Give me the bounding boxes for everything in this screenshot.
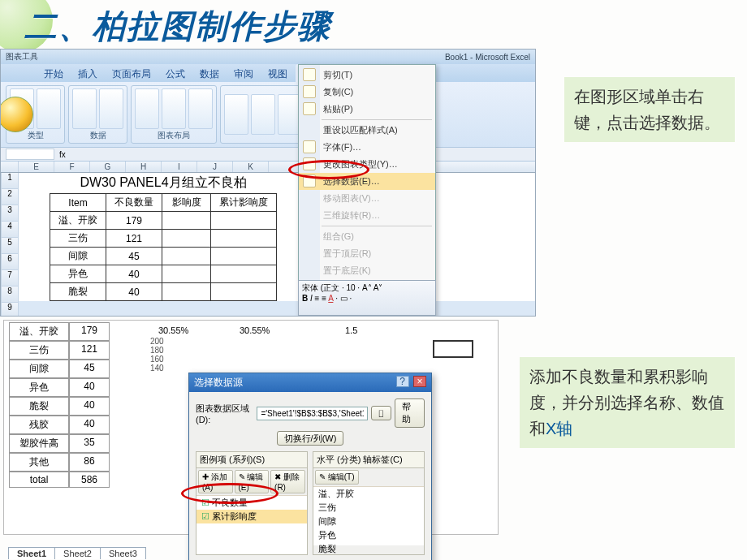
axis-list[interactable]: 溢、开胶 三伤 间隙 异色 脆裂 bbox=[313, 487, 424, 545]
cell[interactable] bbox=[162, 248, 211, 265]
axis-item[interactable]: 三伤 bbox=[313, 501, 424, 515]
cell[interactable] bbox=[211, 283, 277, 301]
series-item-cum[interactable]: 累计影响度 bbox=[196, 510, 307, 523]
layout-thumb-3[interactable] bbox=[188, 88, 213, 129]
layout-thumb-2[interactable] bbox=[162, 88, 186, 129]
cell[interactable]: 溢、开胶 bbox=[9, 322, 69, 341]
cell[interactable]: 586 bbox=[69, 472, 110, 488]
style-thumb-1[interactable] bbox=[224, 94, 248, 135]
layout-thumb-1[interactable] bbox=[135, 88, 159, 129]
cell[interactable] bbox=[162, 212, 211, 230]
switch-rowcol-button[interactable]: 切换行/列(W) bbox=[277, 431, 344, 446]
select-data-button[interactable] bbox=[99, 88, 123, 129]
close-button[interactable]: × bbox=[413, 376, 426, 387]
help-link[interactable]: 帮助 bbox=[395, 398, 425, 428]
cell[interactable]: 179 bbox=[69, 322, 110, 341]
switch-rowcol-button[interactable] bbox=[72, 88, 97, 129]
cell[interactable]: 40 bbox=[69, 416, 110, 434]
col-I[interactable]: I bbox=[162, 162, 197, 172]
tab-review[interactable]: 审阅 bbox=[227, 64, 260, 82]
mini-toolbar[interactable]: 宋体 (正文 · 10 · A˄ A˅ B I ≡ ≡ A · ▭ · bbox=[298, 280, 436, 316]
axis-item[interactable]: 脆裂 bbox=[313, 542, 424, 556]
row-6[interactable]: 6 bbox=[1, 254, 19, 270]
cell[interactable] bbox=[162, 283, 211, 301]
cell[interactable]: total bbox=[9, 472, 69, 488]
row-9[interactable]: 9 bbox=[1, 303, 19, 317]
tab-home[interactable]: 开始 bbox=[37, 64, 70, 82]
cell[interactable]: 40 bbox=[69, 397, 110, 416]
series-list[interactable]: 不良数量 累计影响度 bbox=[196, 496, 307, 554]
range-picker-icon[interactable]: ⌷ bbox=[371, 406, 391, 420]
tab-pagelayout[interactable]: 页面布局 bbox=[106, 64, 158, 82]
cell[interactable]: 三伤 bbox=[9, 341, 69, 360]
cell[interactable]: 塑胶件高 bbox=[9, 434, 69, 453]
row-4[interactable]: 4 bbox=[1, 222, 19, 238]
sheet-tab-1[interactable]: Sheet1 bbox=[8, 547, 55, 559]
menu-font[interactable]: 字体(F)… bbox=[299, 139, 435, 156]
col-G[interactable]: G bbox=[90, 162, 126, 172]
row-7[interactable]: 7 bbox=[1, 270, 19, 286]
cell[interactable]: 40 bbox=[106, 283, 162, 301]
cell[interactable] bbox=[211, 230, 277, 248]
cell[interactable]: 121 bbox=[69, 341, 110, 360]
fx-icon[interactable]: fx bbox=[59, 150, 66, 159]
cell[interactable]: 残胶 bbox=[9, 416, 69, 434]
cell[interactable]: 40 bbox=[69, 378, 110, 397]
cell[interactable] bbox=[211, 248, 277, 265]
cell[interactable]: 间隙 bbox=[9, 360, 69, 378]
cell[interactable]: 其他 bbox=[9, 453, 69, 472]
style-thumb-2[interactable] bbox=[251, 94, 275, 135]
menu-paste[interactable]: 粘贴(P) bbox=[299, 101, 435, 118]
menu-copy[interactable]: 复制(C) bbox=[299, 84, 435, 101]
cell[interactable]: 脆裂 bbox=[50, 283, 106, 301]
dialog-titlebar[interactable]: 选择数据源 ? × bbox=[189, 373, 431, 392]
cell[interactable]: 86 bbox=[69, 453, 110, 472]
cell[interactable] bbox=[162, 265, 211, 283]
help-button[interactable]: ? bbox=[396, 376, 409, 387]
row-2[interactable]: 2 bbox=[1, 189, 19, 205]
tab-view[interactable]: 视图 bbox=[261, 64, 294, 82]
row-5[interactable]: 5 bbox=[1, 238, 19, 254]
col-H[interactable]: H bbox=[126, 162, 162, 172]
tab-data[interactable]: 数据 bbox=[193, 64, 226, 82]
row-8[interactable]: 8 bbox=[1, 286, 19, 303]
cell[interactable]: 45 bbox=[106, 248, 162, 265]
mini-font-name[interactable]: 宋体 (正文 bbox=[302, 283, 339, 292]
cell[interactable]: 溢、开胶 bbox=[50, 212, 106, 230]
name-box[interactable] bbox=[6, 149, 54, 160]
tab-formulas[interactable]: 公式 bbox=[159, 64, 192, 82]
edit-axis-button[interactable]: ✎ 编辑(T) bbox=[315, 470, 359, 485]
range-input[interactable] bbox=[257, 407, 368, 420]
col-K[interactable]: K bbox=[233, 162, 269, 172]
col-F[interactable]: F bbox=[54, 162, 90, 172]
cell[interactable]: 121 bbox=[106, 230, 162, 248]
axis-item[interactable]: 间隙 bbox=[313, 515, 424, 528]
menu-reset-style[interactable]: 重设以匹配样式(A) bbox=[299, 122, 435, 139]
selected-cell-rect[interactable] bbox=[433, 340, 473, 358]
sheet-tab-2[interactable]: Sheet2 bbox=[54, 547, 101, 559]
cell[interactable] bbox=[211, 212, 277, 230]
cell[interactable]: 间隙 bbox=[50, 248, 106, 265]
row-1[interactable]: 1 bbox=[1, 173, 19, 189]
col-J[interactable]: J bbox=[197, 162, 233, 172]
mini-font-size[interactable]: 10 bbox=[346, 283, 355, 292]
select-all-corner[interactable] bbox=[1, 162, 19, 172]
cell[interactable]: 179 bbox=[106, 212, 162, 230]
cell[interactable]: 三伤 bbox=[50, 230, 106, 248]
cell[interactable]: 45 bbox=[69, 360, 110, 378]
menu-cut[interactable]: 剪切(T) bbox=[299, 67, 435, 84]
formula-bar[interactable]: fx bbox=[1, 147, 535, 162]
cell[interactable]: 异色 bbox=[9, 378, 69, 397]
sheet-tab-3[interactable]: Sheet3 bbox=[100, 547, 146, 559]
cell[interactable]: 脆裂 bbox=[9, 397, 69, 416]
cell[interactable] bbox=[162, 230, 211, 248]
cell[interactable]: 40 bbox=[106, 265, 162, 283]
col-E[interactable]: E bbox=[19, 162, 54, 172]
cell[interactable]: 异色 bbox=[50, 265, 106, 283]
context-menu[interactable]: 剪切(T) 复制(C) 粘贴(P) 重设以匹配样式(A) 字体(F)… 更改图表… bbox=[298, 64, 436, 317]
axis-item[interactable]: 溢、开胶 bbox=[313, 487, 424, 501]
row-3[interactable]: 3 bbox=[1, 205, 19, 222]
tab-insert[interactable]: 插入 bbox=[71, 64, 104, 82]
cell[interactable]: 35 bbox=[69, 434, 110, 453]
axis-item[interactable]: 异色 bbox=[313, 528, 424, 542]
